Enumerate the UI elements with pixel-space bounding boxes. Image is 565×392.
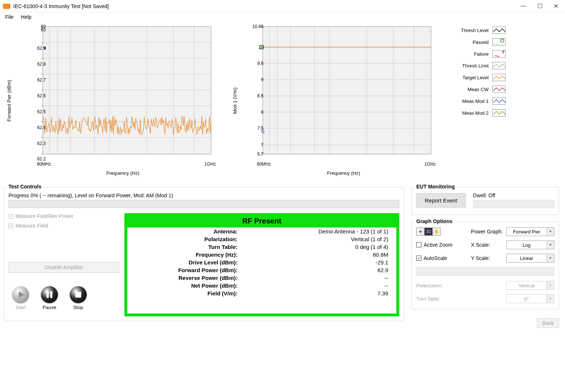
power-graph-label: Power Graph:: [471, 229, 506, 235]
status-table: Antenna:Demo Antenna - 123 (1 of 1)Polar…: [127, 228, 396, 297]
report-event-button[interactable]: Report Event: [416, 193, 466, 208]
status-label: Reverse Power (dBm):: [127, 274, 246, 282]
legend-thresh-limit: Thresh Limit: [447, 62, 506, 69]
eut-title: EUT Monitoring: [415, 184, 456, 190]
swatch-line-orange-icon: [492, 74, 506, 81]
status-row: Frequency (Hz):80.8M: [127, 251, 396, 259]
crosshair-icon[interactable]: ✛: [416, 228, 424, 236]
readonly-field: [416, 267, 554, 276]
app-icon: [3, 4, 10, 9]
pan-icon[interactable]: ✋: [433, 228, 441, 236]
status-label: Antenna:: [127, 228, 246, 235]
pause-label: Pause: [43, 305, 56, 310]
c2-yt-4: 8.5: [257, 93, 263, 98]
chevron-down-icon: ▼: [547, 241, 554, 249]
legend-target-level: Target Level: [447, 74, 506, 81]
chart2-ylabel: Mod 1 (V/m): [232, 87, 238, 114]
chart2-svg[interactable]: [252, 25, 433, 162]
chevron-down-icon: ▼: [547, 295, 554, 303]
chart-mod1: Mod 1 (V/m): [225, 25, 435, 176]
power-graph-select[interactable]: Forward Pwr ▼: [506, 227, 554, 236]
xscale-label: X Scale:: [471, 242, 506, 248]
maximize-icon[interactable]: ☐: [537, 3, 542, 10]
checkbox-icon: ✓: [416, 256, 421, 261]
c2-yt-1: 7: [261, 142, 263, 148]
zoom-box-icon[interactable]: ⌧: [424, 228, 433, 236]
c1-yt-7: 62.9: [37, 46, 46, 51]
c2-yt-6: 9.5: [257, 61, 263, 66]
c2-yt-7: 10: [259, 45, 263, 50]
active-zoom-checkbox[interactable]: Active Zoom: [416, 242, 452, 248]
swatch-passed-icon: [492, 38, 506, 46]
window-controls: — ☐ ✕: [520, 3, 562, 10]
checkbox-icon: ✓: [8, 223, 13, 228]
svg-rect-0: [43, 27, 211, 154]
legend-thresh-level: Thresh Level: [447, 27, 506, 34]
c1-yt-2: 62.4: [37, 125, 46, 130]
legend: Thresh Level Passed Failure Thresh Limit…: [447, 25, 506, 117]
chart1-ylabel: Forward Pwr (dBm): [6, 80, 12, 121]
graph-options-panel: Graph Options ✛ ⌧ ✋ Power Graph: Forward…: [411, 222, 559, 309]
c1-x0: 80MHz: [37, 162, 51, 167]
start-button: [12, 286, 29, 303]
chevron-down-icon: ▼: [547, 281, 554, 289]
titlebar: IEC-61000-4-3 Immunity Test [Not Saved] …: [0, 0, 565, 13]
status-value: --: [246, 282, 396, 289]
play-icon: [19, 291, 24, 298]
disable-amplifier-button: Disable Amplifier: [8, 262, 119, 273]
status-row: Net Power (dBm):--: [127, 282, 396, 289]
chart-forward-power: Forward Pwr (dBm): [7, 25, 218, 176]
chart1-svg[interactable]: [28, 25, 213, 162]
progress-bar: [8, 200, 399, 208]
close-icon[interactable]: ✕: [554, 3, 558, 10]
status-label: Turn Table:: [127, 243, 246, 251]
stop-icon: [75, 292, 81, 298]
polarization-label: Polarization:: [416, 283, 506, 288]
stop-button[interactable]: [70, 286, 87, 303]
c2-yt-8: 10.66: [252, 24, 263, 29]
chevron-down-icon: ▼: [547, 254, 554, 262]
status-row: Reverse Power (dBm):--: [127, 274, 396, 282]
chevron-down-icon: ▼: [547, 228, 554, 236]
pause-button[interactable]: [41, 286, 58, 303]
c2-yt-2: 7.5: [257, 126, 263, 131]
swatch-line-blue-icon: [492, 97, 506, 105]
status-row: Turn Table:0 deg (1 of 4): [127, 243, 396, 251]
yscale-label: Y Scale:: [471, 255, 506, 261]
status-value: 7.39: [246, 289, 396, 297]
dwell-label: Dwell: Off: [473, 192, 554, 198]
menubar: File Help: [0, 13, 565, 23]
status-label: Polarization:: [127, 235, 246, 243]
turntable-select: 0° ▼: [506, 294, 554, 303]
status-value: 62.9: [246, 266, 396, 274]
swatch-line-black-icon: [492, 27, 506, 34]
c2-yt-0: 6.7: [257, 152, 263, 157]
c2-x0: 80MHz: [257, 162, 271, 167]
status-label: Forward Power (dBm):: [127, 266, 246, 274]
autoscale-checkbox[interactable]: ✓ AutoScale: [416, 255, 447, 261]
xscale-select[interactable]: Log ▼: [506, 240, 554, 249]
window-title: IEC-61000-4-3 Immunity Test [Not Saved]: [13, 3, 109, 9]
minimize-icon[interactable]: —: [520, 3, 526, 10]
legend-meas-mod2: Meas Mod 2: [447, 109, 506, 117]
status-value: 80.8M: [246, 251, 396, 259]
pause-icon: [46, 291, 52, 298]
status-label: Field (V/m):: [127, 289, 246, 297]
c1-yt-8: 63: [41, 27, 46, 32]
chart1-xlabel: Frequency (Hz): [28, 170, 218, 176]
menu-file[interactable]: File: [5, 14, 14, 20]
menu-help[interactable]: Help: [21, 14, 32, 20]
checkbox-icon: ✓: [8, 214, 13, 219]
rf-banner: RF Present: [127, 216, 396, 228]
legend-passed: Passed: [447, 38, 506, 46]
svg-rect-55: [501, 39, 504, 42]
swatch-line-magenta-icon: [492, 86, 506, 93]
measure-fwd-checkbox: ✓ Measure Fwd/Rev Power: [8, 213, 119, 219]
yscale-select[interactable]: Linear ▼: [506, 254, 554, 263]
polarization-select: Vertical ▼: [506, 281, 554, 290]
status-row: Drive Level (dBm):-29.1: [127, 259, 396, 266]
legend-failure: Failure: [447, 50, 506, 58]
start-label: Start: [15, 305, 25, 310]
swatch-line-olive-icon: [492, 109, 506, 117]
c2-x1: 1GHz: [424, 162, 436, 167]
